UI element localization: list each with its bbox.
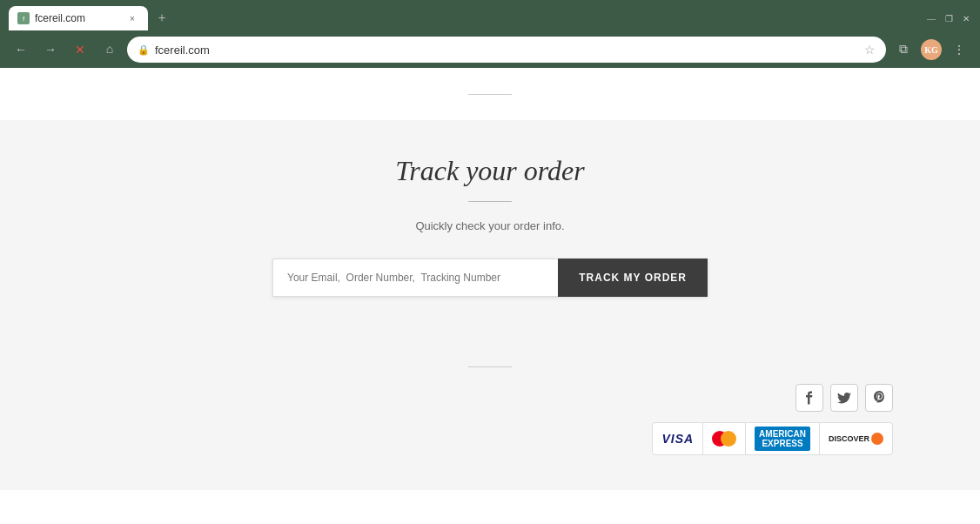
address-bar[interactable]: 🔒 fcereil.com ☆ xyxy=(127,37,886,63)
twitter-icon[interactable] xyxy=(830,384,858,412)
bottom-divider-line xyxy=(468,366,512,367)
browser-toolbar: ← → ✕ ⌂ 🔒 fcereil.com ☆ ⧉ KG ⋮ xyxy=(0,31,980,68)
payment-cards: VISA AMERICAN EXPRESS DISCOVE xyxy=(652,422,893,455)
title-divider xyxy=(468,201,512,202)
social-icons xyxy=(795,384,893,412)
track-my-order-button[interactable]: TRACK MY ORDER xyxy=(558,259,708,297)
menu-button[interactable]: ⋮ xyxy=(947,37,971,62)
window-controls: — ❐ ✕ xyxy=(926,13,971,24)
mastercard-logo xyxy=(712,431,736,447)
footer-content: VISA AMERICAN EXPRESS DISCOVE xyxy=(17,384,963,473)
pinterest-icon[interactable] xyxy=(865,384,893,412)
page-content: Track your order Quickly check your orde… xyxy=(0,68,980,490)
mc-circle-right xyxy=(721,431,736,447)
discover-logo: DISCOVER xyxy=(829,433,883,445)
visa-card: VISA xyxy=(653,423,703,454)
profile-avatar[interactable]: KG xyxy=(921,39,942,60)
browser-tab[interactable]: f fcereil.com × xyxy=(9,6,148,30)
track-input[interactable] xyxy=(272,259,558,297)
tab-favicon: f xyxy=(17,12,30,24)
tab-close-button[interactable]: × xyxy=(125,11,139,25)
discover-dot xyxy=(871,433,883,445)
top-divider-line xyxy=(468,94,512,95)
secure-icon: 🔒 xyxy=(138,44,150,56)
bookmark-icon[interactable]: ☆ xyxy=(864,43,876,57)
forward-button[interactable]: → xyxy=(38,37,63,62)
minimize-button[interactable]: — xyxy=(926,13,936,24)
page-title: Track your order xyxy=(395,155,584,187)
address-bar-text: fcereil.com xyxy=(155,44,859,57)
close-window-button[interactable]: ✕ xyxy=(961,13,971,24)
toolbar-icons: ⧉ KG ⋮ xyxy=(891,37,971,62)
back-button[interactable]: ← xyxy=(9,37,33,62)
bottom-section: VISA AMERICAN EXPRESS DISCOVE xyxy=(0,332,980,490)
page-subtitle: Quickly check your order info. xyxy=(415,219,564,232)
new-tab-button[interactable]: + xyxy=(151,8,172,29)
browser-title-bar: f fcereil.com × + — ❐ ✕ xyxy=(0,0,980,31)
browser-chrome: f fcereil.com × + — ❐ ✕ ← → ✕ ⌂ 🔒 fcerei… xyxy=(0,0,980,68)
discover-text: DISCOVER xyxy=(829,434,869,443)
main-section: Track your order Quickly check your orde… xyxy=(0,120,980,332)
home-button[interactable]: ⌂ xyxy=(97,37,122,62)
bottom-divider-section xyxy=(17,349,963,384)
amex-card: AMERICAN EXPRESS xyxy=(746,423,820,454)
facebook-icon[interactable] xyxy=(795,384,823,412)
tab-title: fcereil.com xyxy=(35,12,120,24)
stop-button[interactable]: ✕ xyxy=(68,37,92,62)
restore-button[interactable]: ❐ xyxy=(943,13,954,24)
mastercard-card xyxy=(703,423,746,454)
profile-button[interactable]: KG xyxy=(919,37,943,62)
discover-card: DISCOVER xyxy=(820,423,892,454)
track-order-form: TRACK MY ORDER xyxy=(272,259,708,297)
visa-label: VISA xyxy=(661,432,694,446)
amex-label: AMERICAN EXPRESS xyxy=(755,427,810,451)
top-divider-section xyxy=(0,68,980,120)
extensions-button[interactable]: ⧉ xyxy=(891,37,916,62)
